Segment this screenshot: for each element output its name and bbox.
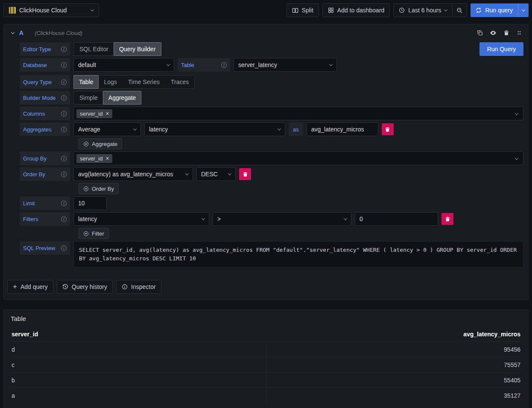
filter-column-select[interactable]: latency [73,212,209,226]
editor-type-toggle: SQL Editor Query Builder [73,42,161,56]
table-panel: Table server_id avg_latency_micros d 954… [3,309,529,408]
add-filter-button[interactable]: Filter [79,228,109,239]
inspector-label: Inspector [131,283,156,290]
time-range-picker[interactable]: Last 6 hours [393,3,453,17]
aggregates-label: Aggregates [20,122,70,136]
query-type-label-text: Query Type [23,79,52,85]
trash-icon [385,127,390,132]
table-label: Table [178,58,230,72]
time-range-label: Last 6 hours [408,7,441,14]
aggregate-function-select[interactable]: Average [73,122,141,136]
run-query-label: Run query [485,7,513,14]
remove-order-by-button[interactable] [239,168,251,180]
radio-option-simple[interactable]: Simple [74,91,103,104]
add-filter-row: Filter [20,228,523,239]
add-aggregate-button[interactable]: Aggregate [79,138,122,149]
history-icon [62,284,68,290]
table-select[interactable]: server_latency [234,58,337,72]
add-order-by-button[interactable]: Order By [79,183,119,194]
order-direction-select[interactable]: DESC [196,167,236,181]
datasource-name: ClickHouse Cloud [19,7,88,14]
sql-preview-label-text: SQL Preview [23,245,55,251]
info-icon[interactable] [61,95,67,101]
group-by-multiselect[interactable]: server_id × [73,152,523,165]
info-icon[interactable] [61,111,67,117]
add-query-button[interactable]: + Add query [7,280,53,294]
info-icon[interactable] [61,201,67,206]
filters-label: Filters [20,212,70,226]
zoom-out-button[interactable] [452,3,467,17]
radio-option-aggregate[interactable]: Aggregate [103,91,142,105]
aggregate-alias-input[interactable] [307,122,378,136]
columns-tag: server_id × [76,109,112,118]
radio-option-table[interactable]: Table [73,75,99,89]
query-type-label: Query Type [20,75,70,89]
plus-circle-icon [83,231,89,236]
info-icon[interactable] [61,62,67,68]
info-icon[interactable] [61,127,67,132]
radio-option-traces[interactable]: Traces [165,76,194,88]
drag-handle-icon[interactable] [516,30,522,36]
run-query-inline-button[interactable]: Run Query [479,42,523,56]
chevron-down-icon [344,216,347,220]
remove-filter-button[interactable] [441,213,453,225]
add-to-dashboard-button[interactable]: Add to dashboard [322,3,390,17]
column-header-avg-latency[interactable]: avg_latency_micros [463,331,520,338]
info-icon[interactable] [61,216,67,222]
info-icon[interactable] [221,62,227,68]
cell-avg-latency: 35127 [504,392,520,399]
limit-input[interactable] [73,196,107,210]
order-direction-value: DESC [201,171,218,178]
query-type-toggle: Table Logs Time Series Traces [73,75,195,89]
database-select[interactable]: default [73,58,174,72]
time-controls: Last 6 hours [393,3,467,17]
eye-icon[interactable] [490,29,497,36]
columns-multiselect[interactable]: server_id × [73,107,523,120]
inspector-button[interactable]: Inspector [116,280,161,294]
radio-option-sql-editor[interactable]: SQL Editor [74,43,114,55]
column-header-server-id[interactable]: server_id [12,331,38,338]
query-history-label: Query history [72,283,107,290]
aggregates-row: Aggregates Average latency as [20,122,523,136]
remove-tag-icon[interactable]: × [105,111,109,117]
split-button[interactable]: Split [286,3,319,17]
info-icon[interactable] [61,172,67,177]
duplicate-query-icon[interactable] [477,30,483,36]
table-body: d 95456 c 75557 b 55405 a 35127 [11,341,521,403]
datasource-picker[interactable]: ClickHouse Cloud [3,3,99,17]
database-select-value: default [78,61,96,68]
filter-value-input[interactable] [355,212,438,226]
sync-icon [476,7,482,13]
remove-query-icon[interactable] [503,30,509,36]
chevron-down-icon [522,8,525,11]
trash-icon [243,172,248,177]
radio-option-logs[interactable]: Logs [98,76,122,88]
query-ref-id[interactable]: A [19,29,23,36]
query-editor-header: A (ClickHouse Cloud) [4,24,528,41]
add-filter-label: Filter [92,230,104,237]
remove-tag-icon[interactable]: × [105,155,109,161]
remove-aggregate-button[interactable] [382,123,394,135]
aggregate-column-select[interactable]: latency [144,122,285,136]
info-icon[interactable] [61,79,67,85]
info-icon[interactable] [61,47,67,52]
radio-option-query-builder[interactable]: Query Builder [114,42,161,56]
chevron-down-icon [167,62,170,66]
chevron-down-icon [228,172,231,175]
run-query-button[interactable]: Run query [471,3,518,17]
chevron-down-icon [91,8,94,11]
split-icon [292,7,298,14]
database-label: Database [20,58,70,72]
info-icon[interactable] [61,245,67,251]
info-icon[interactable] [61,156,67,161]
chevron-down-icon [515,111,518,115]
order-by-select[interactable]: avg(latency) as avg_latency_micros [73,167,193,181]
query-history-button[interactable]: Query history [57,280,113,294]
sql-preview-row: SQL Preview SELECT server_id, avg(latenc… [20,241,523,268]
table-header-row: server_id avg_latency_micros [11,322,521,341]
editor-type-label-text: Editor Type [23,46,51,52]
run-query-dropdown[interactable] [518,3,529,17]
filter-operator-select[interactable]: > [213,212,351,226]
radio-option-time-series[interactable]: Time Series [123,76,165,88]
collapse-chevron-icon[interactable] [11,30,15,34]
